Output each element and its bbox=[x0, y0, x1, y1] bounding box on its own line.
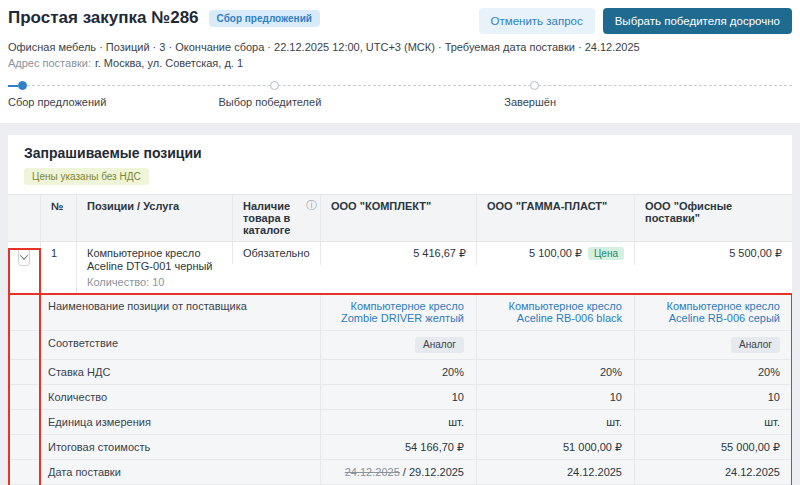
delivery-date-cell: 24.12.2025 / 29.12.2025 bbox=[320, 460, 476, 484]
supplier-item-cell: Компьютерное кресло Aceline RB-006 black bbox=[476, 294, 634, 330]
detail-label: Единица измерения bbox=[8, 410, 320, 434]
total-cell: 54 166,70 ₽ bbox=[320, 435, 476, 459]
quantity-cell: 10 bbox=[476, 385, 634, 409]
step-label-winners: Выбор победителей bbox=[218, 96, 321, 108]
header-supplier-gammaplast: ООО "ГАММА-ПЛАСТ" bbox=[476, 195, 634, 241]
table-row-1: 1 Компьютерное кресло Aceline DTG-001 че… bbox=[8, 242, 792, 294]
conformity-cell: Аналог bbox=[634, 331, 792, 359]
delivery-date-cell: 24.12.2025 bbox=[476, 460, 634, 484]
detail-row-unit: Единица измерения шт. шт. шт. bbox=[8, 409, 792, 434]
header-availability-label: Наличие товара в каталоге bbox=[243, 200, 290, 236]
detail-label: Количество bbox=[8, 385, 320, 409]
detail-row-conformity: Соответствие Аналог Аналог bbox=[8, 330, 792, 359]
table-header-row: № Позиции / Услуга Наличие товара в ката… bbox=[8, 195, 792, 242]
offer-price-office: 5 500,00 ₽ bbox=[634, 242, 792, 265]
step-dot-active bbox=[18, 81, 27, 90]
supplier-item-link[interactable]: Компьютерное кресло Aceline RB-006 black bbox=[508, 300, 622, 324]
header-position: Позиции / Услуга bbox=[76, 195, 232, 241]
detail-row-quantity: Количество 10 10 10 bbox=[8, 384, 792, 409]
quantity-cell: 10 bbox=[320, 385, 476, 409]
offer-price-gammaplast: 5 100,00 ₽Цена bbox=[476, 242, 634, 265]
supplier-item-cell: Компьютерное кресло Zombie DRIVER желтый bbox=[320, 294, 476, 330]
page-title: Простая закупка №286 bbox=[8, 8, 199, 28]
supplier-item-link[interactable]: Компьютерное кресло Aceline RB-006 серый bbox=[666, 300, 780, 324]
conformity-cell bbox=[476, 331, 634, 359]
address-value: г. Москва, ул. Советская, д. 1 bbox=[95, 57, 243, 69]
collapse-row-button[interactable] bbox=[18, 248, 30, 266]
price-value: 5 100,00 ₽ bbox=[529, 247, 582, 260]
header-availability: Наличие товара в каталоге ⓘ bbox=[232, 195, 320, 241]
conformity-cell: Аналог bbox=[320, 331, 476, 359]
position-qty: Количество: 10 bbox=[87, 276, 222, 288]
detail-label: Наименование позиции от поставщика bbox=[8, 294, 320, 330]
total-cell: 55 000,00 ₽ bbox=[634, 435, 792, 459]
header-expand-cell bbox=[8, 195, 40, 241]
vat-cell: 20% bbox=[320, 360, 476, 384]
supplier-item-link[interactable]: Компьютерное кресло Zombie DRIVER желтый bbox=[341, 300, 464, 324]
step-dot bbox=[270, 81, 279, 90]
progress-stepper: Сбор предложений Выбор победителей Завер… bbox=[8, 81, 792, 113]
supplier-item-cell: Компьютерное кресло Aceline RB-006 серый bbox=[634, 294, 792, 330]
unit-cell: шт. bbox=[634, 410, 792, 434]
best-price-badge: Цена bbox=[588, 247, 624, 260]
price-value: 5 416,67 ₽ bbox=[413, 247, 466, 260]
header-num: № bbox=[40, 195, 76, 241]
quantity-cell: 10 bbox=[634, 385, 792, 409]
choose-winner-button[interactable]: Выбрать победителя досрочно bbox=[603, 8, 792, 34]
total-cell: 51 000,00 ₽ bbox=[476, 435, 634, 459]
status-badge: Сбор предложений bbox=[209, 10, 320, 27]
detail-label: Дата поставки bbox=[8, 460, 320, 484]
address-label: Адрес поставки: bbox=[8, 57, 91, 69]
section-title: Запрашиваемые позиции bbox=[24, 145, 776, 161]
unit-cell: шт. bbox=[476, 410, 634, 434]
vat-note-badge: Цены указаны без НДС bbox=[24, 168, 149, 185]
stepper-track bbox=[22, 85, 792, 86]
header-supplier-office: ООО "Офисные поставки" bbox=[634, 195, 792, 241]
price-value: 5 500,00 ₽ bbox=[729, 247, 782, 260]
cancel-request-button[interactable]: Отменить запрос bbox=[479, 8, 595, 34]
step-dot bbox=[530, 81, 539, 90]
analog-badge: Аналог bbox=[731, 337, 780, 353]
purchase-meta: Офисная мебель · Позиций · 3 · Окончание… bbox=[8, 41, 792, 53]
analog-badge: Аналог bbox=[415, 337, 464, 353]
detail-row-vat: Ставка НДС 20% 20% 20% bbox=[8, 359, 792, 384]
new-date: / 29.12.2025 bbox=[400, 466, 464, 478]
vat-cell: 20% bbox=[634, 360, 792, 384]
chevron-down-icon bbox=[20, 251, 28, 259]
offer-price-komplekt: 5 416,67 ₽ bbox=[320, 242, 476, 265]
step-label-collection: Сбор предложений bbox=[8, 96, 106, 108]
row-number: 1 bbox=[40, 242, 76, 264]
availability-value: Обязательно bbox=[232, 242, 320, 264]
detail-row-delivery-date: Дата поставки 24.12.2025 / 29.12.2025 24… bbox=[8, 459, 792, 484]
delivery-date-cell: 24.12.2025 bbox=[634, 460, 792, 484]
detail-label: Ставка НДС bbox=[8, 360, 320, 384]
stepper-progress-line bbox=[8, 85, 18, 87]
delivery-address: Адрес поставки:г. Москва, ул. Советская,… bbox=[8, 57, 792, 69]
positions-table: № Позиции / Услуга Наличие товара в ката… bbox=[8, 194, 792, 485]
details-section: Наименование позиции от поставщика Компь… bbox=[8, 294, 792, 485]
detail-row-total: Итоговая стоимость 54 166,70 ₽ 51 000,00… bbox=[8, 434, 792, 459]
position-name: Компьютерное кресло Aceline DTG-001 черн… bbox=[87, 247, 222, 273]
detail-label: Итоговая стоимость bbox=[8, 435, 320, 459]
unit-cell: шт. bbox=[320, 410, 476, 434]
old-date: 24.12.2025 bbox=[345, 466, 400, 478]
detail-row-supplier-item: Наименование позиции от поставщика Компь… bbox=[8, 294, 792, 330]
positions-card: Запрашиваемые позиции Цены указаны без Н… bbox=[8, 135, 792, 485]
vat-cell: 20% bbox=[476, 360, 634, 384]
detail-label: Соответствие bbox=[8, 331, 320, 359]
step-label-finished: Завершён bbox=[504, 96, 556, 108]
info-icon[interactable]: ⓘ bbox=[306, 199, 317, 211]
page-header: Простая закупка №286 Сбор предложений От… bbox=[0, 0, 800, 123]
header-supplier-komplekt: ООО "КОМПЛЕКТ" bbox=[320, 195, 476, 241]
